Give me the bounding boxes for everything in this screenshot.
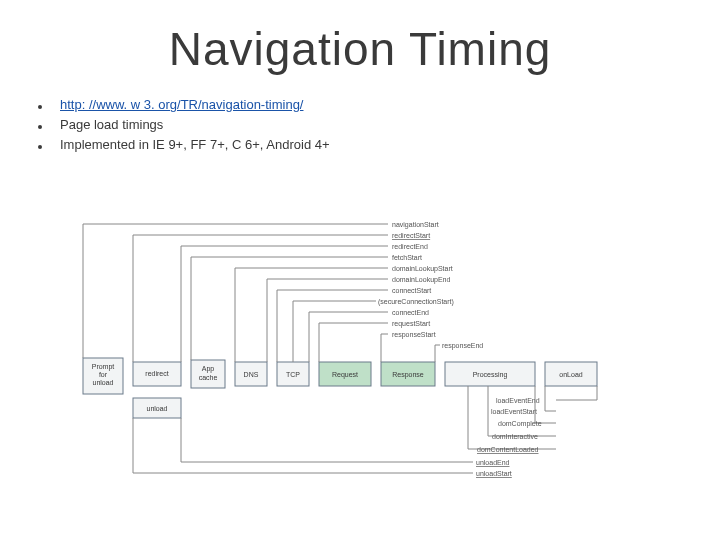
- svg-text:loadEventStart: loadEventStart: [491, 408, 537, 415]
- svg-text:cache: cache: [199, 374, 218, 381]
- svg-text:(secureConnectionStart): (secureConnectionStart): [378, 298, 454, 306]
- svg-text:TCP: TCP: [286, 371, 300, 378]
- bullet-icon: [38, 105, 42, 109]
- svg-text:unload: unload: [146, 405, 167, 412]
- bullet-item: Page load timings: [38, 115, 330, 135]
- bullet-icon: [38, 125, 42, 129]
- svg-text:DNS: DNS: [244, 371, 259, 378]
- bullet-text: Implemented in IE 9+, FF 7+, C 6+, Andro…: [60, 135, 330, 155]
- bullet-item: Implemented in IE 9+, FF 7+, C 6+, Andro…: [38, 135, 330, 155]
- svg-text:connectEnd: connectEnd: [392, 309, 429, 316]
- svg-text:App: App: [202, 365, 215, 373]
- svg-text:redirectEnd: redirectEnd: [392, 243, 428, 250]
- svg-text:fetchStart: fetchStart: [392, 254, 422, 261]
- svg-text:onLoad: onLoad: [559, 371, 582, 378]
- bullet-item: http: //www. w 3. org/TR/navigation-timi…: [38, 95, 330, 115]
- svg-text:Request: Request: [332, 371, 358, 379]
- svg-text:requestStart: requestStart: [392, 320, 430, 328]
- svg-text:redirectStart: redirectStart: [392, 232, 430, 239]
- svg-text:domainLookupStart: domainLookupStart: [392, 265, 453, 273]
- svg-text:unloadEnd: unloadEnd: [476, 459, 510, 466]
- svg-text:unload: unload: [92, 379, 113, 386]
- bullet-list: http: //www. w 3. org/TR/navigation-timi…: [38, 95, 330, 155]
- svg-text:for: for: [99, 371, 108, 378]
- reference-link[interactable]: http: //www. w 3. org/TR/navigation-timi…: [60, 95, 303, 115]
- bullet-text: Page load timings: [60, 115, 163, 135]
- svg-text:redirect: redirect: [145, 370, 168, 377]
- svg-text:Prompt: Prompt: [92, 363, 115, 371]
- svg-text:connectStart: connectStart: [392, 287, 431, 294]
- timing-diagram: Prompt for unload redirect unload App ca…: [78, 210, 638, 480]
- svg-text:Response: Response: [392, 371, 424, 379]
- slide: Navigation Timing http: //www. w 3. org/…: [0, 0, 720, 540]
- bullet-icon: [38, 145, 42, 149]
- svg-text:responseStart: responseStart: [392, 331, 436, 339]
- svg-text:Processing: Processing: [473, 371, 508, 379]
- slide-title: Navigation Timing: [0, 22, 720, 76]
- svg-text:domContentLoaded: domContentLoaded: [477, 446, 539, 453]
- svg-text:loadEventEnd: loadEventEnd: [496, 397, 540, 404]
- svg-text:navigationStart: navigationStart: [392, 221, 439, 229]
- svg-text:domainLookupEnd: domainLookupEnd: [392, 276, 450, 284]
- svg-text:unloadStart: unloadStart: [476, 470, 512, 477]
- svg-text:responseEnd: responseEnd: [442, 342, 483, 350]
- svg-text:domInteractive: domInteractive: [492, 433, 538, 440]
- svg-text:domComplete: domComplete: [498, 420, 542, 428]
